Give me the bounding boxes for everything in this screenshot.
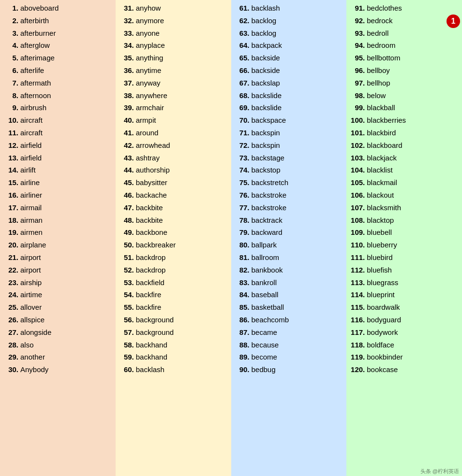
badge-number: 1 [447, 14, 460, 28]
item-word: airman [20, 214, 43, 227]
item-word: backside [252, 52, 280, 64]
item-number: 100. [349, 114, 365, 127]
list-item: 96.bellboy [349, 64, 459, 77]
item-number: 102. [349, 139, 365, 152]
item-word: blackout [367, 189, 394, 202]
list-item: 63.backlog [234, 27, 344, 40]
list-item: 90.bedbug [234, 363, 344, 376]
item-word: anyplace [136, 39, 165, 52]
item-word: become [252, 351, 277, 363]
item-word: airmail [20, 202, 42, 214]
list-item: 21.airport [3, 251, 113, 264]
list-item: 12.airfield [3, 139, 113, 152]
item-number: 47. [119, 202, 134, 214]
item-number: 79. [234, 226, 250, 239]
item-word: backspin [252, 127, 280, 139]
item-number: 53. [119, 276, 134, 289]
item-word: anywhere [136, 89, 167, 102]
list-item: 31.anyhow [119, 2, 228, 14]
item-number: 86. [234, 314, 250, 326]
list-item: 74.backstop [234, 164, 344, 176]
item-word: ballpark [252, 239, 277, 251]
list-item: 67.backslap [234, 77, 344, 89]
item-number: 17. [3, 202, 18, 214]
list-item: 19.airmen [3, 226, 113, 239]
list-item: 34.anyplace [119, 39, 228, 52]
item-word: bodyguard [367, 314, 401, 326]
item-word: bellbottom [367, 52, 400, 64]
item-word: bluefish [367, 264, 392, 276]
item-word: background [136, 326, 174, 339]
item-number: 87. [234, 326, 250, 339]
item-number: 62. [234, 14, 250, 27]
item-word: bookbinder [367, 351, 402, 363]
item-word: bodywork [367, 326, 398, 339]
item-word: backlog [252, 14, 277, 27]
list-item: 61.backlash [234, 2, 344, 14]
item-word: backhand [136, 351, 167, 363]
list-item: 16.airliner [3, 189, 113, 202]
item-word: backdrop [136, 264, 166, 276]
item-word: backfire [136, 288, 162, 301]
item-word: airmen [20, 226, 43, 239]
item-number: 30. [3, 363, 18, 376]
list-item: 101.blackbird [349, 127, 459, 139]
list-item: 6.afterlife [3, 64, 113, 77]
item-number: 7. [3, 77, 18, 89]
item-number: 82. [234, 264, 250, 276]
item-word: airplane [20, 239, 46, 251]
item-word: backtrack [252, 214, 283, 227]
list-item: 65.backside [234, 52, 344, 64]
item-number: 76. [234, 189, 250, 202]
item-word: airtime [20, 288, 42, 301]
item-number: 85. [234, 301, 250, 314]
item-number: 68. [234, 89, 250, 102]
item-number: 15. [3, 176, 18, 189]
item-number: 40. [119, 114, 134, 127]
list-item: 118.boldface [349, 339, 459, 351]
list-item: 7.aftermath [3, 77, 113, 89]
item-word: afternoon [20, 89, 51, 102]
item-word: backfield [136, 276, 164, 289]
item-word: blackball [367, 101, 395, 114]
list-item: 45.babysitter [119, 176, 228, 189]
item-number: 72. [234, 139, 250, 152]
item-number: 1. [3, 2, 18, 14]
item-word: bedbug [252, 363, 276, 376]
item-number: 27. [3, 326, 18, 339]
item-number: 63. [234, 27, 250, 40]
item-number: 39. [119, 101, 134, 114]
item-number: 12. [3, 139, 18, 152]
list-item: 56.background [119, 314, 228, 326]
list-item: 26.allspice [3, 314, 113, 326]
item-number: 38. [119, 89, 134, 102]
item-number: 25. [3, 301, 18, 314]
item-number: 90. [234, 363, 250, 376]
list-item: 80.ballpark [234, 239, 344, 251]
item-word: airbrush [20, 101, 46, 114]
item-word: babysitter [136, 176, 167, 189]
item-word: backhand [136, 339, 167, 351]
list-item: 58.backhand [119, 339, 228, 351]
list-item: 114.blueprint [349, 288, 459, 301]
item-number: 56. [119, 314, 134, 326]
list-item: 14.airlift [3, 164, 113, 176]
item-word: baseball [252, 288, 279, 301]
item-word: bellhop [367, 77, 390, 89]
item-number: 69. [234, 101, 250, 114]
list-item: 30.Anybody [3, 363, 113, 376]
list-item: 29.another [3, 351, 113, 363]
item-word: backlash [136, 363, 164, 376]
item-number: 43. [119, 152, 134, 164]
item-word: afterglow [20, 39, 50, 52]
item-number: 36. [119, 64, 134, 77]
item-word: blueberry [367, 239, 397, 251]
item-word: anyhow [136, 2, 161, 14]
item-number: 120. [349, 363, 365, 376]
list-item: 15.airline [3, 176, 113, 189]
item-number: 118. [349, 339, 365, 351]
item-number: 89. [234, 351, 250, 363]
item-word: basketball [252, 301, 284, 314]
item-word: allover [20, 301, 42, 314]
list-item: 39.armchair [119, 101, 228, 114]
